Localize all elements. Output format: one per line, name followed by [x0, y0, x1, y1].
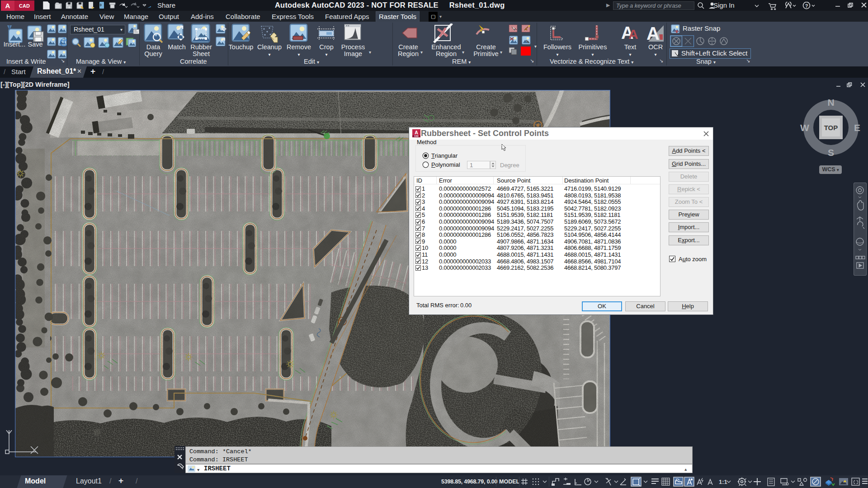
svg-text:CAD: CAD — [19, 3, 30, 9]
svg-text:?: ? — [805, 3, 808, 9]
svg-text:N: N — [827, 97, 834, 108]
svg-text:A: A — [5, 2, 10, 9]
svg-text:S: S — [828, 147, 834, 158]
svg-text:TOP: TOP — [824, 124, 838, 131]
svg-text:CAD: CAD — [414, 135, 419, 137]
svg-text:A: A — [628, 27, 638, 42]
svg-text:E: E — [854, 122, 860, 133]
svg-text:A: A — [415, 130, 418, 135]
svg-text:W: W — [800, 122, 809, 133]
svg-text:1:1: 1:1 — [719, 479, 727, 485]
svg-text:A: A — [646, 23, 660, 43]
